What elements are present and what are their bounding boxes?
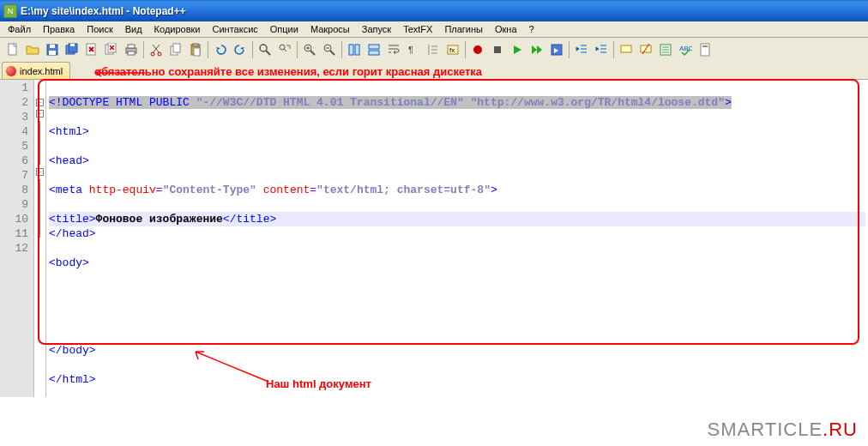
copy-icon[interactable] (166, 40, 185, 59)
line-number: 10 (0, 212, 28, 226)
code-line: <!DOCTYPE HTML PUBLIC "-//W3C//DTD HTML … (49, 95, 865, 110)
line-number: 3 (0, 110, 28, 124)
editor-area[interactable]: 1 2 3 4 5 6 7 8 9 10 11 12 − − − <!DOCTY… (0, 80, 868, 397)
close-all-icon[interactable] (102, 40, 121, 59)
fold-toggle-icon[interactable]: − (36, 99, 44, 106)
zoom-in-icon[interactable] (300, 40, 319, 59)
svg-rect-6 (70, 44, 75, 46)
tab-index-html[interactable]: index.html (2, 62, 70, 79)
wrap-icon[interactable] (384, 40, 403, 59)
app-icon: N (3, 4, 17, 18)
line-number: 4 (0, 124, 28, 139)
toolbar-separator (208, 41, 208, 58)
svg-rect-19 (194, 48, 200, 56)
menu-textfx[interactable]: TextFX (397, 22, 438, 36)
svg-point-31 (473, 45, 482, 54)
menu-run[interactable]: Запуск (356, 22, 397, 36)
code-line: <title>Фоновое изображение</title> (49, 212, 865, 226)
comment-icon[interactable] (617, 40, 636, 59)
svg-text:ABC: ABC (679, 45, 692, 52)
zoom-out-icon[interactable] (320, 40, 339, 59)
redo-icon[interactable] (231, 40, 250, 59)
print-icon[interactable] (122, 40, 141, 59)
svg-rect-34 (621, 45, 631, 52)
macro-save-icon[interactable] (547, 40, 566, 59)
line-number: 5 (0, 139, 28, 154)
svg-rect-12 (128, 51, 135, 55)
uncomment-icon[interactable] (636, 40, 655, 59)
menu-encoding[interactable]: Кодировки (148, 22, 207, 36)
line-number-gutter: 1 2 3 4 5 6 7 8 9 10 11 12 (0, 80, 34, 397)
save-all-icon[interactable] (63, 40, 81, 59)
toolbar-separator (341, 41, 342, 58)
svg-rect-26 (369, 45, 379, 49)
window-titlebar: N E:\my site\index.html - Notepad++ (0, 0, 868, 21)
annotation-top: обязательно сохраняйте все изменения, ес… (94, 65, 482, 78)
show-chars-icon[interactable]: ¶ (404, 40, 423, 59)
toolbar-separator (252, 41, 253, 58)
code-line: </head> (49, 226, 865, 241)
svg-text:¶: ¶ (408, 45, 413, 55)
code-line (49, 401, 865, 416)
paste-icon[interactable] (186, 40, 205, 59)
macro-play-icon[interactable] (508, 40, 527, 59)
undo-icon[interactable] (211, 40, 230, 59)
code-line: </html> (49, 372, 865, 387)
line-number: 8 (0, 183, 28, 197)
menu-plugins[interactable]: Плагины (438, 22, 489, 36)
macro-stop-icon[interactable] (488, 40, 507, 59)
menu-help[interactable]: ? (523, 22, 540, 36)
menu-windows[interactable]: Окна (489, 22, 523, 36)
fold-toggle-icon[interactable]: − (36, 110, 44, 118)
fold-column[interactable]: − − − (34, 80, 46, 397)
toolbar-separator (297, 41, 298, 58)
indent-guide-icon[interactable] (424, 40, 443, 59)
function-list-icon[interactable] (656, 40, 675, 59)
indent-icon[interactable] (592, 40, 611, 59)
new-file-icon[interactable] (3, 40, 22, 59)
save-icon[interactable] (43, 40, 62, 59)
line-number: 11 (0, 226, 28, 241)
fold-toggle-icon[interactable]: − (36, 168, 44, 176)
lang-icon[interactable]: fx (443, 40, 462, 59)
sync-v-icon[interactable] (345, 40, 364, 59)
cut-icon[interactable] (147, 40, 166, 59)
code-line: <head> (49, 154, 865, 168)
spellcheck-icon[interactable]: ABC (676, 40, 695, 59)
svg-rect-24 (349, 45, 353, 55)
menubar: Файл Правка Поиск Вид Кодировки Синтакси… (0, 21, 868, 38)
svg-rect-0 (9, 44, 16, 55)
sync-h-icon[interactable] (365, 40, 383, 59)
macro-play-multi-icon[interactable] (527, 40, 546, 59)
toolbar-separator (465, 41, 466, 58)
replace-icon[interactable] (275, 40, 294, 59)
open-file-icon[interactable] (23, 40, 42, 59)
window-title: E:\my site\index.html - Notepad++ (21, 5, 186, 17)
menu-search[interactable]: Поиск (81, 22, 118, 36)
menu-syntax[interactable]: Синтаксис (207, 22, 264, 36)
menu-macros[interactable]: Макросы (304, 22, 356, 36)
menu-view[interactable]: Вид (119, 22, 148, 36)
macro-record-icon[interactable] (468, 40, 487, 59)
tab-label: index.html (20, 66, 63, 76)
line-number: 2 (0, 95, 28, 110)
outdent-icon[interactable] (572, 40, 591, 59)
annotation-bottom: Наш html документ (266, 377, 371, 390)
svg-rect-16 (173, 44, 180, 52)
menu-file[interactable]: Файл (2, 22, 37, 36)
svg-rect-2 (50, 45, 55, 48)
menu-options[interactable]: Опции (264, 22, 304, 36)
toolbar-separator (143, 41, 144, 58)
svg-rect-39 (702, 45, 708, 47)
code-line: <body> (49, 256, 865, 270)
code-content[interactable]: <!DOCTYPE HTML PUBLIC "-//W3C//DTD HTML … (46, 80, 868, 397)
toolbar: ¶ fx ABC (0, 38, 868, 62)
svg-rect-11 (128, 45, 135, 48)
doc-map-icon[interactable] (696, 40, 714, 59)
find-icon[interactable] (256, 40, 274, 59)
svg-rect-27 (369, 51, 379, 55)
svg-rect-25 (355, 45, 359, 55)
close-icon[interactable] (82, 40, 101, 59)
brand-tld: .RU (823, 419, 858, 440)
menu-edit[interactable]: Правка (37, 22, 81, 36)
